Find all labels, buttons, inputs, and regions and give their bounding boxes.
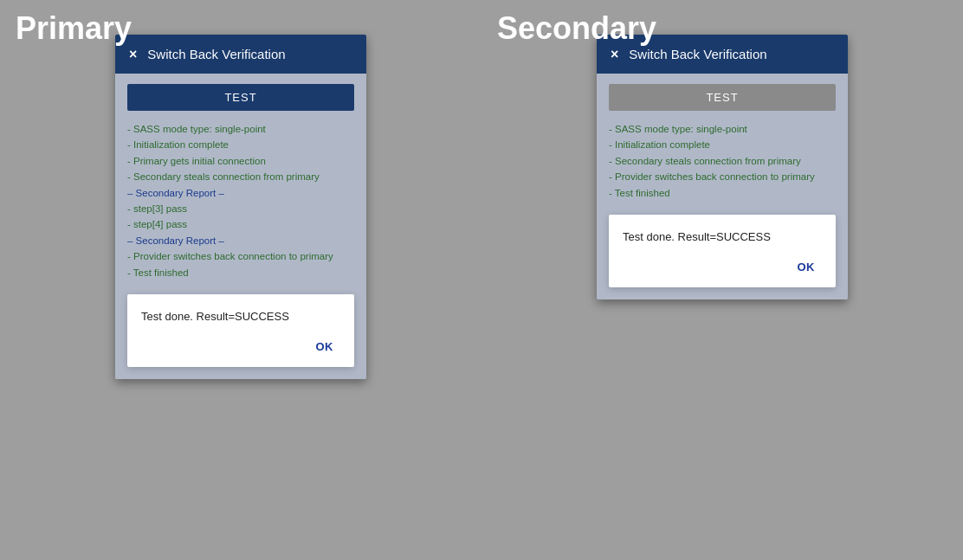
log-line: - Secondary steals connection from prima… — [127, 169, 354, 184]
secondary-dialog-actions: OK — [623, 257, 822, 277]
log-line: - step[4] pass — [127, 216, 354, 232]
log-line: – Secondary Report – — [127, 233, 354, 248]
primary-result-dialog: Test done. Result=SUCCESS OK — [127, 294, 354, 367]
primary-dialog-actions: OK — [141, 337, 340, 357]
log-line: - SASS mode type: single-point — [609, 121, 836, 137]
primary-label: Primary — [0, 0, 147, 57]
log-line: – Secondary Report – — [127, 185, 354, 201]
primary-panel: Primary × Switch Back Verification TEST … — [0, 0, 481, 560]
log-line: - Provider switches back connection to p… — [609, 169, 836, 184]
log-line: - Initialization complete — [127, 137, 354, 152]
secondary-modal: × Switch Back Verification TEST - SASS m… — [597, 35, 848, 299]
primary-dialog-message: Test done. Result=SUCCESS — [141, 310, 340, 323]
secondary-label: Secondary — [481, 0, 672, 57]
log-line: - Initialization complete — [609, 137, 836, 152]
secondary-log-area: - SASS mode type: single-point - Initial… — [609, 119, 836, 203]
secondary-panel: Secondary × Switch Back Verification TES… — [481, 0, 963, 560]
secondary-modal-body: TEST - SASS mode type: single-point - In… — [597, 74, 848, 299]
primary-ok-button[interactable]: OK — [309, 337, 341, 357]
primary-modal-title: Switch Back Verification — [147, 47, 285, 61]
primary-background: Primary × Switch Back Verification TEST … — [0, 0, 481, 560]
primary-test-button[interactable]: TEST — [127, 84, 354, 111]
primary-modal-header: × Switch Back Verification — [115, 35, 366, 74]
log-line: - Test finished — [127, 265, 354, 280]
log-line: - Primary gets initial connection — [127, 153, 354, 169]
secondary-result-dialog: Test done. Result=SUCCESS OK — [609, 215, 836, 287]
log-line: - Provider switches back connection to p… — [127, 248, 354, 264]
secondary-background: Secondary × Switch Back Verification TES… — [481, 0, 963, 560]
log-line: - SASS mode type: single-point — [127, 121, 354, 137]
log-line: - Test finished — [609, 185, 836, 201]
secondary-test-button: TEST — [609, 84, 836, 111]
primary-modal-body: TEST - SASS mode type: single-point - In… — [115, 74, 366, 379]
secondary-dialog-message: Test done. Result=SUCCESS — [623, 230, 822, 243]
log-line: - step[3] pass — [127, 201, 354, 216]
primary-modal: × Switch Back Verification TEST - SASS m… — [115, 35, 366, 379]
log-line: - Secondary steals connection from prima… — [609, 153, 836, 169]
secondary-ok-button[interactable]: OK — [791, 257, 823, 277]
primary-log-area: - SASS mode type: single-point - Initial… — [127, 119, 354, 282]
